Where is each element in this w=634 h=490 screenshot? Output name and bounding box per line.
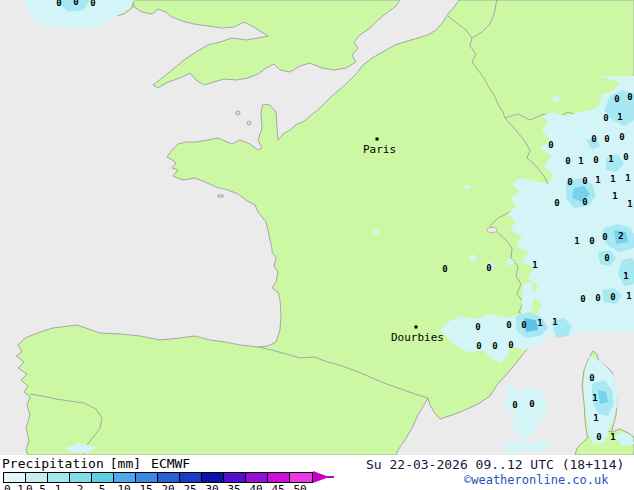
colorbar-tick-20: 20 xyxy=(157,483,179,490)
legend-bar: Precipitation[mm]ECMWF 0.10.512510152025… xyxy=(0,455,634,490)
colorbar-tick-0.5: 0.5 xyxy=(25,483,47,490)
colorbar-tick-50: 50 xyxy=(289,483,311,490)
colorbar-segment-30 xyxy=(202,473,224,482)
island-guernsey xyxy=(236,111,240,115)
colorbar-segment-45 xyxy=(268,473,290,482)
colorbar-tick-0.1: 0.1 xyxy=(3,483,25,490)
legend-parameter: Precipitation xyxy=(2,456,104,471)
colorbar-segment-20 xyxy=(158,473,180,482)
colorbar-segment-5 xyxy=(92,473,114,482)
colorbar-tick-40: 40 xyxy=(245,483,267,490)
island-belle-ile xyxy=(218,195,223,197)
colorbar-segment-25 xyxy=(180,473,202,482)
colorbar-tick-1: 1 xyxy=(47,483,69,490)
colorbar-tick-15: 15 xyxy=(135,483,157,490)
colorbar-tick-5: 5 xyxy=(91,483,113,490)
legend-title: Precipitation[mm]ECMWF xyxy=(2,456,190,471)
colorbar-tick-25: 25 xyxy=(179,483,201,490)
colorbar-tick-35: 35 xyxy=(223,483,245,490)
legend-colorbar-arrow-tail xyxy=(327,476,334,478)
legend-colorbar xyxy=(3,472,313,483)
colorbar-segment-15 xyxy=(136,473,158,482)
lake-geneva xyxy=(487,228,497,233)
colorbar-segment-0.1 xyxy=(4,473,26,482)
datetime-text: Su 22-03-2026 09..12 UTC (18+114) xyxy=(366,457,624,472)
legend-tick-labels: 0.10.5125101520253035404550 xyxy=(3,483,323,490)
map-svg xyxy=(0,0,634,455)
colorbar-segment-10 xyxy=(114,473,136,482)
copyright-text[interactable]: ©weatheronline.co.uk xyxy=(464,473,609,487)
colorbar-segment-2 xyxy=(70,473,92,482)
colorbar-segment-1 xyxy=(48,473,70,482)
colorbar-tick-45: 45 xyxy=(267,483,289,490)
colorbar-segment-0.5 xyxy=(26,473,48,482)
island-jersey xyxy=(247,121,251,125)
colorbar-tick-2: 2 xyxy=(69,483,91,490)
colorbar-segment-50 xyxy=(290,473,312,482)
weather-map-screen: 0000001000001010001110011100201000100100… xyxy=(0,0,634,490)
legend-model: ECMWF xyxy=(151,456,190,471)
map-area: 0000001000001010001110011100201000100100… xyxy=(0,0,634,455)
colorbar-segment-40 xyxy=(246,473,268,482)
legend-unit: [mm] xyxy=(110,456,141,471)
colorbar-tick-10: 10 xyxy=(113,483,135,490)
colorbar-segment-35 xyxy=(224,473,246,482)
colorbar-tick-30: 30 xyxy=(201,483,223,490)
